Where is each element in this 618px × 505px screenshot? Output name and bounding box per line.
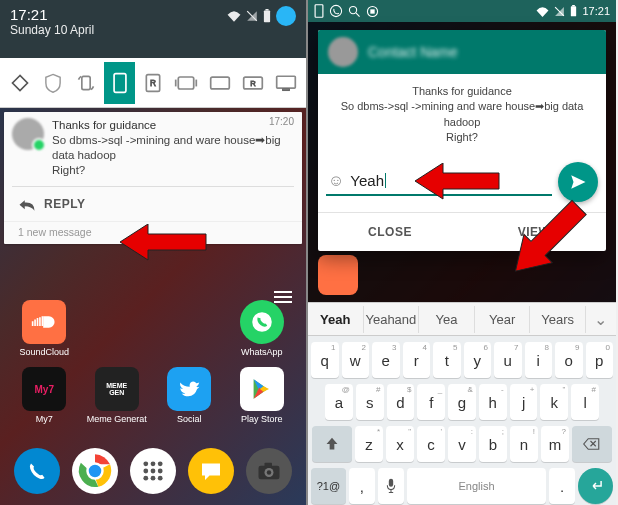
key-a[interactable]: a@ bbox=[325, 384, 353, 420]
svg-point-24 bbox=[158, 469, 163, 474]
key-j[interactable]: j+ bbox=[510, 384, 538, 420]
reply-arrow-icon bbox=[18, 197, 36, 211]
home-apps-grid: SoundCloud WhatsApp My7My7 MEMEGENMeme G… bbox=[0, 300, 306, 424]
key-r[interactable]: r4 bbox=[403, 342, 431, 378]
qs-tile-r2-icon[interactable]: R bbox=[237, 62, 268, 104]
key-z[interactable]: z* bbox=[355, 426, 383, 462]
dock-messages[interactable] bbox=[188, 448, 234, 494]
notification-time: 17:20 bbox=[269, 116, 294, 127]
svg-text:R: R bbox=[250, 79, 256, 88]
app-soundcloud[interactable] bbox=[318, 255, 358, 295]
annotation-arrow-send bbox=[493, 185, 603, 299]
suggestion-item[interactable]: Years bbox=[530, 306, 586, 333]
qs-shield-icon[interactable] bbox=[37, 62, 68, 104]
suggestion-item[interactable]: Yeah bbox=[308, 306, 364, 333]
key-x[interactable]: x" bbox=[386, 426, 414, 462]
key-mic-icon[interactable] bbox=[378, 468, 404, 504]
svg-rect-7 bbox=[179, 77, 194, 89]
dock bbox=[0, 441, 306, 501]
user-avatar-icon[interactable] bbox=[276, 6, 296, 26]
key-k[interactable]: k" bbox=[540, 384, 568, 420]
svg-rect-4 bbox=[114, 73, 126, 92]
svg-point-31 bbox=[267, 470, 272, 475]
key-comma[interactable]: , bbox=[349, 468, 375, 504]
phone-right-screen: 17:21 Contact Name Thanks for guidance S… bbox=[308, 0, 616, 505]
dock-chrome[interactable] bbox=[72, 448, 118, 494]
key-m[interactable]: m? bbox=[541, 426, 569, 462]
suggestion-item[interactable]: Year bbox=[475, 306, 531, 333]
svg-rect-1 bbox=[264, 11, 270, 23]
key-y[interactable]: y6 bbox=[464, 342, 492, 378]
svg-rect-2 bbox=[265, 9, 268, 11]
wifi-icon bbox=[227, 10, 241, 22]
svg-point-21 bbox=[158, 461, 163, 466]
qs-rotation-lock-icon[interactable] bbox=[71, 62, 102, 104]
keyboard-row-2: a@s#d$f_g&h-j+k"l# bbox=[308, 384, 616, 420]
key-p[interactable]: p0 bbox=[586, 342, 614, 378]
qs-landscape-icon[interactable] bbox=[204, 62, 235, 104]
keyboard-row-3: z*x"c'v:b;n!m? bbox=[308, 426, 616, 462]
dock-phone[interactable] bbox=[14, 448, 60, 494]
reply-header: Contact Name bbox=[318, 30, 606, 74]
key-g[interactable]: g& bbox=[448, 384, 476, 420]
app-meme-generator[interactable]: MEMEGENMeme Generat bbox=[83, 367, 152, 424]
notif-screenshot-icon bbox=[366, 5, 379, 18]
key-t[interactable]: t5 bbox=[433, 342, 461, 378]
cell-no-sim-icon bbox=[554, 6, 565, 17]
dock-app-drawer[interactable] bbox=[130, 448, 176, 494]
key-shift[interactable] bbox=[312, 426, 352, 462]
app-my7[interactable]: My7My7 bbox=[10, 367, 79, 424]
svg-rect-13 bbox=[277, 76, 296, 88]
reply-button[interactable]: REPLY bbox=[4, 187, 302, 217]
key-e[interactable]: e3 bbox=[372, 342, 400, 378]
svg-point-19 bbox=[143, 461, 148, 466]
app-whatsapp[interactable]: WhatsApp bbox=[228, 300, 297, 357]
emoji-icon[interactable]: ☺ bbox=[328, 172, 344, 190]
battery-icon bbox=[570, 5, 577, 17]
svg-point-22 bbox=[143, 469, 148, 474]
svg-rect-32 bbox=[315, 5, 323, 17]
key-period[interactable]: . bbox=[549, 468, 575, 504]
key-symbols[interactable]: ?1@ bbox=[311, 468, 346, 504]
key-q[interactable]: q1 bbox=[311, 342, 339, 378]
key-space[interactable]: English bbox=[407, 468, 546, 504]
app-social-folder[interactable]: Social bbox=[155, 367, 224, 424]
app-play-store[interactable]: Play Store bbox=[228, 367, 297, 424]
key-l[interactable]: l# bbox=[571, 384, 599, 420]
app-soundcloud[interactable]: SoundCloud bbox=[10, 300, 79, 357]
svg-point-33 bbox=[330, 5, 341, 16]
key-d[interactable]: d$ bbox=[387, 384, 415, 420]
key-w[interactable]: w2 bbox=[342, 342, 370, 378]
key-f[interactable]: f_ bbox=[417, 384, 445, 420]
qs-landscape-vibrate-icon[interactable] bbox=[171, 62, 202, 104]
suggestion-item[interactable]: Yea bbox=[419, 306, 475, 333]
sender-avatar bbox=[12, 118, 44, 150]
close-button[interactable]: CLOSE bbox=[318, 213, 462, 251]
key-b[interactable]: b; bbox=[479, 426, 507, 462]
dock-camera[interactable] bbox=[246, 448, 292, 494]
qs-auto-rotate-icon[interactable] bbox=[4, 62, 35, 104]
key-n[interactable]: n! bbox=[510, 426, 538, 462]
key-backspace[interactable] bbox=[572, 426, 612, 462]
key-c[interactable]: c' bbox=[417, 426, 445, 462]
sender-avatar bbox=[328, 37, 358, 67]
backspace-icon bbox=[583, 437, 601, 451]
suggestion-expand-icon[interactable]: ⌄ bbox=[586, 310, 616, 329]
message-preview: Thanks for guidance So dbms->sql ->minin… bbox=[318, 74, 606, 158]
notification-shade-header[interactable]: 17:21 Sunday 10 April bbox=[0, 0, 306, 58]
key-i[interactable]: i8 bbox=[525, 342, 553, 378]
key-v[interactable]: v: bbox=[448, 426, 476, 462]
svg-rect-3 bbox=[82, 76, 90, 89]
qs-portrait-icon[interactable] bbox=[104, 62, 135, 104]
key-s[interactable]: s# bbox=[356, 384, 384, 420]
qs-cast-icon[interactable] bbox=[271, 62, 302, 104]
key-o[interactable]: o9 bbox=[555, 342, 583, 378]
suggestion-item[interactable]: Yeahand bbox=[364, 306, 420, 333]
notification-body: Thanks for guidance So dbms->sql ->minin… bbox=[52, 118, 294, 178]
svg-point-25 bbox=[143, 476, 148, 481]
key-h[interactable]: h- bbox=[479, 384, 507, 420]
qs-tile-r-icon[interactable]: R bbox=[137, 62, 168, 104]
key-enter[interactable] bbox=[578, 468, 613, 504]
quick-settings-row: R R bbox=[0, 58, 306, 108]
key-u[interactable]: u7 bbox=[494, 342, 522, 378]
